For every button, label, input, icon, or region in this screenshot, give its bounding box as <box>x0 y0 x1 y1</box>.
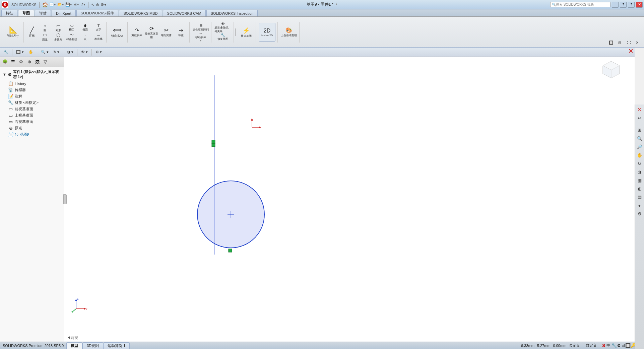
rt-settings[interactable]: ⚙ <box>636 210 643 217</box>
rt-btn1[interactable]: ✕ <box>636 106 643 113</box>
tab-features[interactable]: 特征 <box>1 10 17 16</box>
rt-zoom-fit[interactable]: ⊞ <box>636 126 643 134</box>
home-icon[interactable]: 🏠 <box>42 2 48 7</box>
tab-sw-cam[interactable]: SOLIDWORKS CAM <box>163 10 206 16</box>
instant2d-btn[interactable]: 2D Instant2D <box>259 23 275 42</box>
rt-rotate[interactable]: ↻ <box>636 160 643 167</box>
ellipse-btn[interactable]: ⬮ 椭圆 <box>79 23 91 32</box>
construction-btn[interactable]: --- 构造线 <box>92 32 105 41</box>
view-orient-btn[interactable]: 🔲 <box>607 39 615 46</box>
circle-icon: ○ <box>44 23 46 28</box>
point-btn[interactable]: · 点 <box>79 32 91 41</box>
tree-item-material[interactable]: 🔧 材质 <未指定> <box>0 99 64 106</box>
tab-evaluate[interactable]: 评估 <box>35 10 51 16</box>
featuretree-btn[interactable]: 🌳 <box>1 58 9 66</box>
circle-btn[interactable]: ○ 圆 <box>39 23 51 32</box>
tree-root[interactable]: ▼ ⚙ 零件1 (默认<<默认>_显示状态 1>) <box>0 68 64 80</box>
dimxpert-btn[interactable]: ⊕ <box>25 58 33 66</box>
open-icon[interactable]: 📂▾ <box>57 2 64 7</box>
mirror-btn[interactable]: ⟺ 镜向实体 <box>109 23 125 42</box>
view-selector-btn[interactable]: 🔲 ▾ <box>14 49 25 56</box>
rt-display3[interactable]: ▤ <box>636 193 643 201</box>
view-close-btn[interactable]: ✕ <box>634 39 641 46</box>
target-icon[interactable]: ⊕ <box>96 2 99 7</box>
rect-btn[interactable]: ▭ 矩形 <box>52 23 65 32</box>
ribbon-bottom-right: 🔲 ⊟ ⛶ ✕ <box>607 39 641 46</box>
display-relations-btn[interactable]: 👁 显示/删除几何关系 <box>214 23 232 32</box>
rt-btn2[interactable]: ↩ <box>636 114 643 122</box>
search-box[interactable]: 🔍 <box>550 2 610 7</box>
sketch-tb-btn1[interactable]: 🔧 <box>2 49 10 56</box>
zoom-btn[interactable]: 🔍 ▾ <box>39 49 50 56</box>
color-btn[interactable]: 🎨 上色基准面组 <box>280 23 297 42</box>
move-entities-btn[interactable]: ↔ 移动实体 ▾ <box>192 32 209 41</box>
rapid-sketch-btn[interactable]: ⚡ 快速草图 <box>239 23 254 42</box>
view-cube[interactable] <box>601 60 621 80</box>
tree-root-icon: ▼ <box>3 72 6 76</box>
convert-entities-btn[interactable]: ↷ 剪裁实体 <box>130 23 144 42</box>
tree-item-top-plane[interactable]: ▭ 上视基准面 <box>0 112 64 119</box>
hide-show-btn[interactable]: 👁 ▾ <box>79 49 89 56</box>
view-full-btn[interactable]: ⛶ <box>625 39 633 46</box>
slot-btn[interactable]: ⬭ 槽口 <box>65 23 78 32</box>
rt-zoom-out[interactable]: 🔎 <box>636 143 643 150</box>
spline-icon: 〜 <box>70 32 74 38</box>
tree-item-right-plane[interactable]: ▭ 右视基准面 <box>0 119 64 125</box>
displaymgr-btn[interactable]: 🖼 <box>34 58 41 66</box>
panel-collapse-btn[interactable]: ‹ <box>63 194 67 204</box>
tree-item-origin[interactable]: ⊕ 原点 <box>0 125 64 131</box>
help-button[interactable]: ? <box>628 2 635 8</box>
print-icon[interactable]: 🖨▾ <box>73 2 79 7</box>
tab-sw-plugins[interactable]: SOLIDWORKS 插件 <box>76 10 119 16</box>
view-settings-btn[interactable]: ⚙ ▾ <box>94 49 104 56</box>
arc-btn[interactable]: ◠ 圆弧 <box>39 32 51 41</box>
settings2-icon[interactable]: ⚙▾ <box>101 2 106 7</box>
tab-dimxpert[interactable]: DimXpert <box>52 10 76 16</box>
offset-btn[interactable]: ⟳ 转换实体引用 <box>144 23 158 42</box>
undo-icon[interactable]: ↺▾ <box>80 2 85 7</box>
close-sketch-btn[interactable]: ✕ <box>628 48 633 55</box>
viewport[interactable]: Z X Y ◀前视 <box>64 57 635 342</box>
tab-3dview[interactable]: 3D视图 <box>82 342 103 349</box>
rt-display2[interactable]: ◐ <box>636 185 643 192</box>
polygon-btn[interactable]: ⬡ 多边形 <box>52 32 65 41</box>
rt-display1[interactable]: ▦ <box>636 177 643 184</box>
rt-zoom-in[interactable]: 🔍 <box>636 135 643 142</box>
search-input[interactable] <box>556 3 603 6</box>
rt-section[interactable]: ◑ <box>636 168 643 176</box>
view-scale-btn[interactable]: ⊟ <box>617 39 624 46</box>
new-icon[interactable]: 📄▾ <box>49 2 56 7</box>
pan-btn[interactable]: ✋ <box>27 49 35 56</box>
rt-pan[interactable]: ✋ <box>636 151 643 159</box>
tree-item-sensors[interactable]: 📡 传感器 <box>0 87 64 93</box>
display-style-btn[interactable]: ◑ ▾ <box>65 49 75 56</box>
pointer-icon[interactable]: ↖ <box>91 2 94 7</box>
tab-motion[interactable]: 运动算例 1 <box>103 342 130 349</box>
smart-dimension-btn[interactable]: 📐 智能尺寸 <box>5 23 21 42</box>
tab-model[interactable]: 模型 <box>66 342 82 349</box>
tree-item-annotations[interactable]: 📝 注解 <box>0 93 64 99</box>
tree-item-front-plane[interactable]: ▭ 前视基准面 <box>0 106 64 112</box>
save-icon[interactable]: 💾▾ <box>65 2 72 7</box>
filterbtn[interactable]: ▽ <box>42 58 49 66</box>
trim-btn[interactable]: ✂ 等距实体 <box>159 23 173 42</box>
tab-sketch[interactable]: 草图 <box>18 10 34 16</box>
rt-display4[interactable]: ● <box>636 202 643 209</box>
text-btn[interactable]: T 文字 <box>92 23 105 32</box>
minimize-button[interactable]: ─ <box>612 2 619 8</box>
propertymgr-btn[interactable]: ☰ <box>9 58 17 66</box>
repair-sketch-btn[interactable]: 🔧 修复草图 <box>214 32 232 41</box>
tree-item-history[interactable]: 📋 History <box>0 80 64 87</box>
custom-label: 自定义 <box>586 343 597 348</box>
line-btn[interactable]: ╱ 直线 <box>26 23 38 41</box>
rotate-btn[interactable]: ↻ ▾ <box>52 49 61 56</box>
maximize-button[interactable]: ? <box>620 2 627 8</box>
tree-item-sketch9[interactable]: 📄 (-) 草图9 <box>0 131 64 138</box>
linear-pattern-btn[interactable]: ⊞ 线性草图阵列 <box>192 23 209 32</box>
close-button[interactable]: ✕ <box>636 2 643 8</box>
tab-sw-mbd[interactable]: SOLIDWORKS MBD <box>119 10 162 16</box>
tab-sw-inspection[interactable]: SOLIDWORKS Inspection <box>206 10 258 16</box>
extend-btn[interactable]: ⇥ 等距 <box>174 23 188 42</box>
spline-btn[interactable]: 〜 样条曲线 <box>65 32 78 41</box>
configmgr-btn[interactable]: ⚙ <box>17 58 25 66</box>
